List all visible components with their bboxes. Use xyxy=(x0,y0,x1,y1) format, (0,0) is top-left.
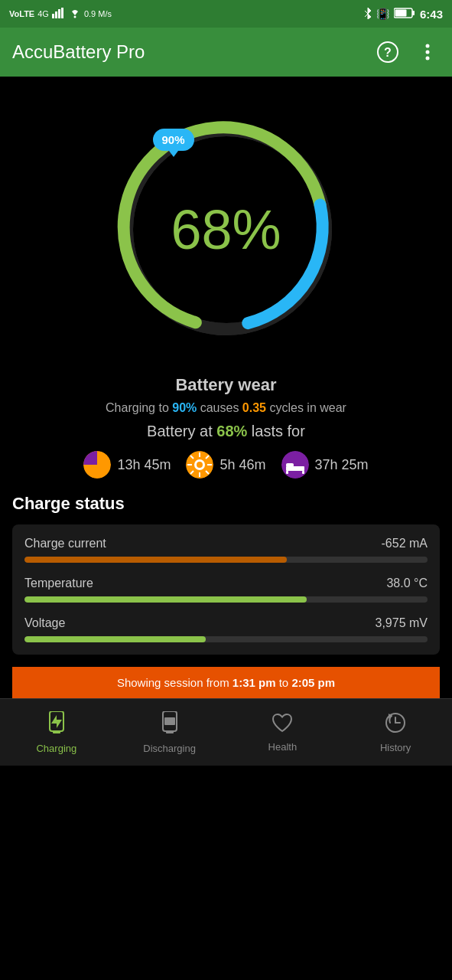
time-sleep: 37h 25m xyxy=(281,451,369,479)
main-content: 68% 90% Battery wear Charging to 90% cau… xyxy=(0,77,452,698)
vibrate-icon: 📳 xyxy=(376,8,389,20)
signal-bars xyxy=(52,8,66,21)
svg-rect-33 xyxy=(286,471,288,474)
bluetooth-icon xyxy=(364,7,372,21)
voltage-bar-fill xyxy=(24,636,206,642)
time-usage: 13h 45m xyxy=(83,451,171,479)
usage-time-value: 13h 45m xyxy=(117,457,171,473)
status-right: 📳 6:43 xyxy=(364,7,443,21)
svg-rect-1 xyxy=(55,11,57,18)
time-display: 6:43 xyxy=(420,8,443,21)
svg-rect-40 xyxy=(164,717,175,725)
temperature-label: Temperature xyxy=(24,577,93,590)
nav-health[interactable]: Health xyxy=(226,699,340,766)
svg-point-21 xyxy=(197,462,203,468)
svg-marker-37 xyxy=(51,715,62,728)
svg-rect-7 xyxy=(395,9,406,16)
bottom-nav: Charging Discharging Health xyxy=(0,698,452,766)
help-button[interactable]: ? xyxy=(376,40,400,64)
battery-lasts-title: Battery at 68% lasts for xyxy=(12,423,440,440)
voltage-value: 3,975 mV xyxy=(376,616,428,630)
signal-4g: 4G xyxy=(37,9,49,18)
discharging-nav-label: Discharging xyxy=(143,743,196,754)
charge-bubble: 90% xyxy=(153,129,194,151)
svg-rect-34 xyxy=(302,471,304,474)
sleep-icon xyxy=(281,451,309,479)
svg-point-4 xyxy=(73,15,76,18)
svg-rect-6 xyxy=(412,11,415,15)
usage-icon xyxy=(83,451,111,479)
charging-nav-label: Charging xyxy=(36,743,76,754)
battery-wear-desc: Charging to 90% causes 0.35 cycles in we… xyxy=(12,401,440,415)
app-bar-actions: ? xyxy=(376,40,440,64)
charge-current-label: Charge current xyxy=(24,537,106,550)
nav-discharging[interactable]: Discharging xyxy=(113,699,226,766)
charging-nav-icon xyxy=(47,711,66,740)
voltage-row: Voltage 3,975 mV xyxy=(24,616,428,642)
status-left: VoLTE 4G 0.9 M/s xyxy=(9,8,112,21)
svg-point-30 xyxy=(281,451,309,479)
svg-point-12 xyxy=(426,57,430,60)
charge-current-value: -652 mA xyxy=(382,537,428,550)
battery-times: 13h 45m xyxy=(12,451,440,479)
voltage-bar-bg xyxy=(24,636,428,642)
voltage-label: Voltage xyxy=(24,616,65,630)
charge-current-bar-fill xyxy=(24,557,287,563)
charge-current-header: Charge current -652 mA xyxy=(24,537,428,550)
temperature-bar-bg xyxy=(24,596,428,603)
charge-bubble-label: 90% xyxy=(162,133,185,146)
history-nav-label: History xyxy=(380,742,411,753)
status-card: Charge current -652 mA Temperature 38.0 … xyxy=(12,524,440,655)
voltage-header: Voltage 3,975 mV xyxy=(24,616,428,630)
health-nav-label: Health xyxy=(268,741,298,753)
temperature-header: Temperature 38.0 °C xyxy=(24,577,428,590)
battery-wear-section: Battery wear Charging to 90% causes 0.35… xyxy=(12,375,440,479)
svg-rect-3 xyxy=(61,8,63,18)
app-title: AccuBattery Pro xyxy=(12,41,145,63)
app-bar: AccuBattery Pro ? xyxy=(0,28,452,77)
temperature-row: Temperature 38.0 °C xyxy=(24,577,428,603)
nav-history[interactable]: History xyxy=(339,699,452,766)
svg-rect-0 xyxy=(52,14,54,18)
svg-rect-32 xyxy=(286,463,294,467)
svg-point-10 xyxy=(426,44,430,48)
volte-icon: VoLTE xyxy=(9,9,34,18)
svg-rect-36 xyxy=(53,731,60,733)
session-banner: Showing session from 1:31 pm to 2:05 pm xyxy=(12,667,440,698)
svg-rect-2 xyxy=(58,9,60,18)
wifi-icon xyxy=(69,8,81,21)
temperature-bar-fill xyxy=(24,596,307,603)
sleep-time-value: 37h 25m xyxy=(315,457,369,473)
status-bar: VoLTE 4G 0.9 M/s 📳 6:43 xyxy=(0,0,452,28)
screen-time-value: 5h 46m xyxy=(219,457,265,473)
history-nav-icon xyxy=(385,712,406,739)
charge-current-row: Charge current -652 mA xyxy=(24,537,428,563)
time-screen: 5h 46m xyxy=(186,451,265,479)
charge-status-title: Charge status xyxy=(12,494,440,514)
charge-status-section: Charge status Charge current -652 mA Tem… xyxy=(12,494,440,655)
screen-icon xyxy=(186,451,213,479)
menu-button[interactable] xyxy=(415,40,440,64)
temperature-value: 38.0 °C xyxy=(386,577,428,590)
battery-percentage: 68% xyxy=(171,198,281,261)
svg-rect-39 xyxy=(166,731,174,733)
svg-point-11 xyxy=(426,51,430,54)
battery-icon xyxy=(394,8,415,21)
speed-text: 0.9 M/s xyxy=(84,9,112,18)
battery-circle-container: 68% 90% xyxy=(104,107,349,352)
charge-current-bar-bg xyxy=(24,557,428,563)
battery-wear-title: Battery wear xyxy=(12,375,440,395)
svg-text:?: ? xyxy=(384,46,392,59)
discharging-nav-icon xyxy=(161,711,179,740)
health-nav-icon xyxy=(272,713,293,738)
nav-charging[interactable]: Charging xyxy=(0,699,113,766)
